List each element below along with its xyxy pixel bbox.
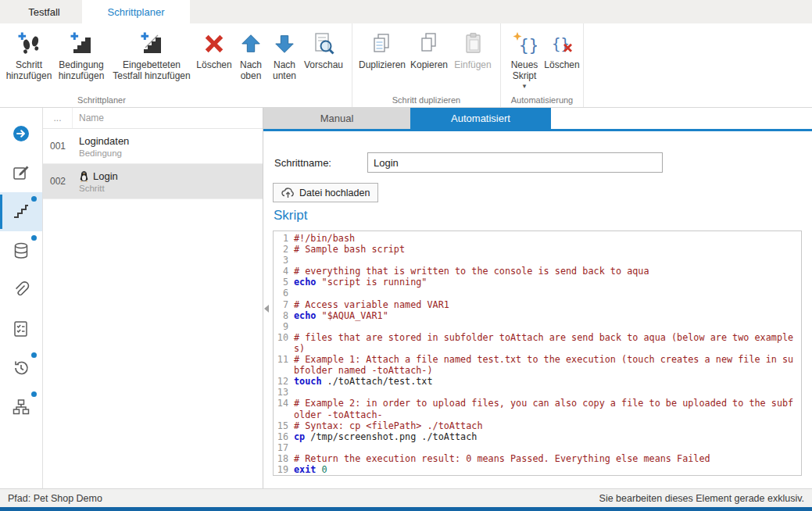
status-path: Pfad: Pet Shop Demo	[8, 493, 102, 504]
move-down-button[interactable]: Nach unten	[267, 25, 302, 94]
detail-tab-bar: Manual Automatisiert	[263, 108, 812, 131]
stairs-add-icon	[139, 30, 164, 58]
ribbon-group-schritt-duplizieren: Duplizieren Kopieren	[352, 23, 501, 107]
code-line: 4# everything that is written to the con…	[274, 266, 801, 277]
line-number: 19	[274, 464, 294, 475]
code-line: 6	[274, 288, 801, 298]
line-number: 8	[274, 310, 294, 321]
line-number: 10	[274, 332, 294, 354]
sidebar-item-checklist[interactable]	[0, 309, 42, 348]
notification-dot	[31, 391, 37, 397]
button-label: Löschen	[544, 60, 579, 71]
step-id: 001	[43, 141, 73, 152]
column-header-dots[interactable]: ...	[43, 108, 73, 128]
code-line: 1#!/bin/bash	[274, 233, 801, 244]
step-main: Login Schritt	[73, 170, 118, 193]
upload-file-button[interactable]: Datei hochladen	[273, 183, 378, 202]
sidebar-item-history[interactable]	[0, 348, 42, 388]
window-accent-strip	[0, 507, 812, 511]
move-up-button[interactable]: Nach oben	[234, 25, 267, 94]
line-number: 1	[274, 233, 294, 244]
step-name: Login	[93, 170, 118, 182]
ribbon-group-label: Schritt duplizieren	[352, 95, 500, 105]
delete-script-button[interactable]: {} Löschen	[543, 25, 581, 94]
arrow-up-icon	[239, 30, 263, 58]
code-line: 17	[274, 442, 801, 453]
notification-dot	[31, 352, 37, 358]
delete-button[interactable]: Löschen	[194, 25, 234, 94]
collapse-panel-arrow[interactable]	[264, 305, 269, 313]
add-embedded-testcase-button[interactable]: Eingebetteten Testfall hinzufügen	[109, 25, 194, 94]
steps-header: ... Name	[43, 108, 263, 129]
add-step-button[interactable]: Schritt hinzufügen	[5, 25, 53, 94]
code-line: 10# files that are stored in subfolder t…	[274, 332, 801, 354]
button-label: Neues Skript	[506, 60, 543, 81]
steps-panel: ... Name 001 Logindaten Bedingung 002	[43, 108, 263, 488]
step-type: Schritt	[79, 184, 118, 193]
ribbon-group-schrittplaner: Schritt hinzufügen Bedingung hinzufügen	[0, 23, 352, 107]
preview-button[interactable]: Vorschau	[302, 25, 345, 94]
step-id: 002	[43, 176, 73, 187]
new-script-icon: {}	[512, 30, 537, 58]
window-tab-bar: Testfall Schrittplaner	[0, 0, 812, 23]
sidebar	[0, 108, 43, 488]
main-panel: Manual Automatisiert Schrittname: Datei …	[263, 108, 812, 488]
schrittname-field-row: Schrittname:	[274, 152, 663, 173]
notification-dot	[31, 235, 37, 241]
button-label: Nach oben	[234, 60, 267, 81]
script-editor[interactable]: 1#!/bin/bash2# Sample bash script34# eve…	[273, 230, 802, 476]
schrittname-input[interactable]	[367, 152, 663, 173]
button-label: Einfügen	[454, 60, 491, 71]
sidebar-item-hierarchy[interactable]	[0, 388, 42, 427]
line-number: 13	[274, 387, 294, 398]
sidebar-item-edit[interactable]	[0, 153, 42, 192]
red-x-icon	[202, 30, 226, 58]
button-label: Nach unten	[267, 60, 302, 81]
new-script-button[interactable]: {} Neues Skript ▾	[506, 25, 543, 94]
step-name: Logindaten	[79, 135, 129, 147]
sidebar-item-steps[interactable]	[0, 192, 42, 231]
tab-schrittplaner[interactable]: Schrittplaner	[82, 0, 190, 23]
chevron-down-icon[interactable]: ▾	[523, 83, 527, 90]
tab-testfall[interactable]: Testfall	[6, 0, 82, 23]
code-line: 18# Return the execution result: 0 means…	[274, 453, 801, 464]
button-label: Schritt hinzufügen	[5, 60, 53, 81]
line-number: 3	[274, 255, 294, 266]
button-label: Eingebetteten Testfall hinzufügen	[109, 60, 194, 81]
notification-dot	[31, 196, 37, 202]
sidebar-item-navigate[interactable]	[0, 114, 42, 153]
status-message: Sie bearbeiten dieses Element gerade exk…	[599, 493, 804, 504]
line-number: 15	[274, 420, 294, 431]
line-number: 12	[274, 376, 294, 387]
add-condition-button[interactable]: Bedingung hinzufügen	[53, 25, 109, 94]
ribbon-group-label: Schrittplaner	[47, 95, 156, 105]
hierarchy-icon	[12, 398, 30, 416]
code-line: 5echo "script is running"	[274, 277, 801, 288]
column-header-name[interactable]: Name	[73, 113, 104, 123]
paste-button[interactable]: Einfügen	[451, 25, 495, 94]
tab-manual[interactable]: Manual	[263, 108, 410, 129]
step-type: Bedingung	[79, 148, 129, 158]
code-line: 19exit 0	[274, 464, 801, 475]
line-number: 6	[274, 288, 294, 298]
copy-button[interactable]: Kopieren	[407, 25, 451, 94]
step-row[interactable]: 002 Login	[43, 164, 263, 199]
step-row[interactable]: 001 Logindaten Bedingung	[43, 129, 263, 164]
sidebar-item-database[interactable]	[0, 231, 42, 270]
button-label: Vorschau	[304, 60, 343, 71]
tab-automatisiert[interactable]: Automatisiert	[410, 108, 551, 129]
checklist-icon	[12, 320, 30, 338]
code-line: 16cp /tmp/screenshot.png ./toAttach	[274, 431, 801, 442]
script-heading: Skript	[274, 208, 307, 223]
button-label: Bedingung hinzufügen	[53, 60, 109, 81]
duplicate-button[interactable]: Duplizieren	[357, 25, 407, 94]
paste-icon	[460, 30, 485, 58]
sidebar-item-attachments[interactable]	[0, 270, 42, 309]
button-label: Duplizieren	[359, 60, 406, 71]
button-label: Löschen	[196, 60, 231, 71]
line-number: 4	[274, 266, 294, 277]
code-line: 9	[274, 321, 801, 332]
code-line: 3	[274, 255, 801, 266]
navigate-forward-icon	[12, 124, 30, 143]
delete-script-icon: {}	[549, 30, 574, 58]
